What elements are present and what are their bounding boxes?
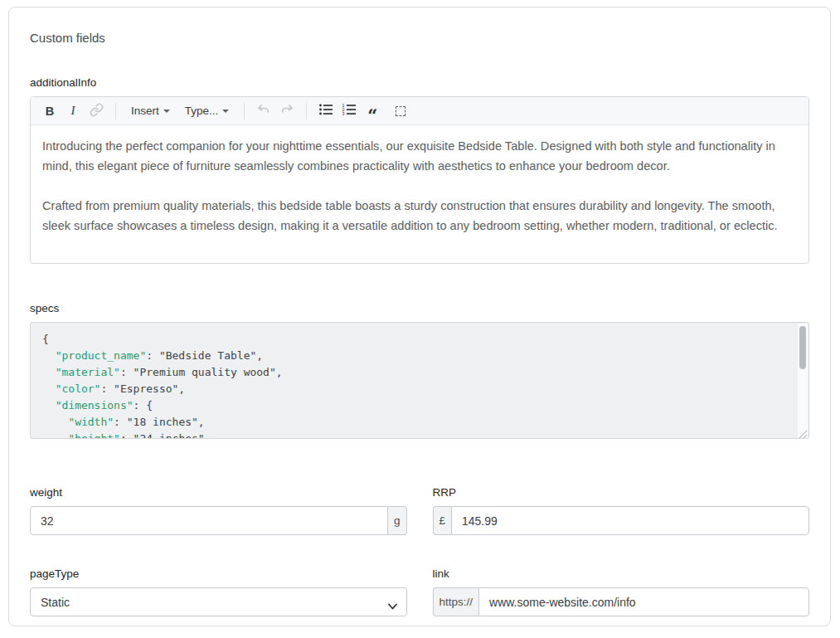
chevron-down-icon xyxy=(222,110,229,113)
toolbar-separator xyxy=(115,103,116,119)
weight-unit-addon: g xyxy=(388,506,407,535)
toolbar-separator xyxy=(306,103,307,119)
weight-input[interactable] xyxy=(30,506,388,535)
bullet-list-icon xyxy=(318,102,333,119)
resize-grip-icon[interactable] xyxy=(798,427,808,437)
bold-button[interactable]: B xyxy=(39,100,61,122)
editor-paragraph: Crafted from premium quality materials, … xyxy=(42,196,797,236)
type-dropdown-label: Type... xyxy=(185,105,219,117)
rrp-label: RRP xyxy=(433,486,810,499)
additional-info-label: additionalInfo xyxy=(30,76,809,89)
code-line: "height": "24 inches", xyxy=(42,431,787,439)
numbered-list-button[interactable]: 1 2 3 xyxy=(338,100,360,122)
card-title: Custom fields xyxy=(30,31,809,45)
undo-icon xyxy=(256,102,271,119)
type-dropdown[interactable]: Type... xyxy=(178,100,236,122)
specs-code: { "product_name": "Bedside Table", "mate… xyxy=(31,323,808,439)
blockquote-icon: “ xyxy=(367,103,377,119)
italic-button[interactable]: I xyxy=(62,100,84,122)
additional-info-field: additionalInfo B I Insert xyxy=(30,76,809,264)
link-label: link xyxy=(433,567,810,580)
redo-icon xyxy=(279,102,294,119)
page-type-select[interactable]: Static xyxy=(30,587,407,616)
blockquote-button[interactable]: “ xyxy=(362,100,383,122)
editor-content[interactable]: Introducing the perfect companion for yo… xyxy=(31,125,808,263)
weight-field: weight g xyxy=(30,486,407,535)
page-type-label: pageType xyxy=(30,567,407,580)
link-button[interactable] xyxy=(85,100,107,122)
editor-toolbar: B I Insert Type... xyxy=(31,97,808,125)
code-line: "width": "18 inches", xyxy=(42,414,787,431)
editor-paragraph: Introducing the perfect companion for yo… xyxy=(42,136,797,176)
insert-dropdown[interactable]: Insert xyxy=(124,100,177,122)
svg-text:3: 3 xyxy=(342,111,345,116)
code-line: "material": "Premium quality wood", xyxy=(42,364,787,381)
code-line: "product_name": "Bedside Table", xyxy=(42,348,787,364)
code-line: "color": "Espresso", xyxy=(42,381,787,397)
insert-dropdown-label: Insert xyxy=(131,105,159,117)
visual-blocks-icon xyxy=(396,106,405,116)
visual-blocks-button[interactable] xyxy=(390,100,411,122)
pagetype-link-row: pageType Static link https:// xyxy=(30,567,809,616)
chevron-down-icon xyxy=(163,110,170,113)
redo-button[interactable] xyxy=(276,100,298,122)
numbered-list-icon: 1 2 3 xyxy=(342,102,357,119)
toolbar-separator xyxy=(244,103,245,119)
link-input[interactable] xyxy=(478,587,809,616)
link-icon xyxy=(90,103,104,119)
custom-fields-card: Custom fields additionalInfo B I Inse xyxy=(8,7,831,626)
bullet-list-button[interactable] xyxy=(315,100,337,122)
scrollbar-thumb[interactable] xyxy=(799,326,806,369)
code-line: { xyxy=(42,331,787,348)
weight-label: weight xyxy=(30,486,407,499)
specs-label: specs xyxy=(30,302,809,314)
weight-rrp-row: weight g RRP £ xyxy=(30,486,809,535)
undo-button[interactable] xyxy=(253,100,274,122)
link-protocol-addon: https:// xyxy=(433,587,479,616)
rrp-currency-addon: £ xyxy=(433,506,452,535)
rich-text-editor: B I Insert Type... xyxy=(30,96,809,264)
specs-scrollbar[interactable] xyxy=(798,324,808,437)
specs-field: specs { "product_name": "Bedside Table",… xyxy=(30,302,809,439)
code-line: "dimensions": { xyxy=(42,397,787,414)
link-field: link https:// xyxy=(433,567,810,616)
specs-textarea[interactable]: { "product_name": "Bedside Table", "mate… xyxy=(30,322,809,439)
rrp-input[interactable] xyxy=(451,506,809,535)
rrp-field: RRP £ xyxy=(433,486,810,535)
page-type-field: pageType Static xyxy=(30,567,407,616)
